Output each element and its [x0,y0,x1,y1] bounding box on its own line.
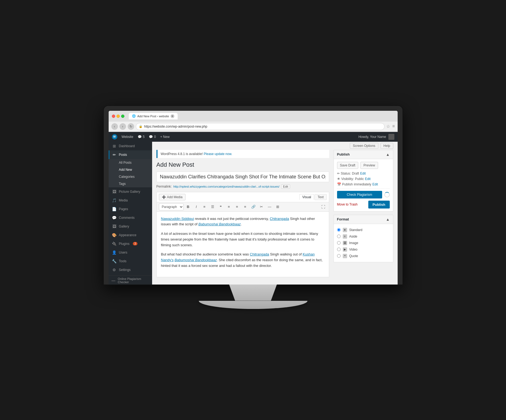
ordered-list-button[interactable]: ≡ [201,203,208,210]
permalink-edit-button[interactable]: Edit [281,184,290,189]
media-label: Media [119,198,128,202]
plagiarism-icon: — [111,278,116,283]
comments-icon: 💬 [112,216,117,220]
maximize-window-button[interactable] [121,115,124,118]
align-right-button[interactable]: ≡ [242,203,249,210]
plagiarism-label: Online Plagiarism Checker [118,277,149,284]
pages-label: Pages [119,207,128,211]
visual-tab[interactable]: Visual [299,194,314,200]
monitor-stand-base [199,301,307,309]
sidebar-item-tools[interactable]: 🔧 Tools [109,257,152,266]
sidebar-submenu-posts: All Posts Add New Categories Tags [109,159,152,187]
sidebar-all-posts[interactable]: All Posts [109,159,152,166]
refresh-button[interactable]: ↻ [128,123,134,130]
remove-link-button[interactable]: ✂ [258,203,265,210]
unordered-list-button[interactable]: ☰ [209,203,216,210]
pages-icon: 📄 [112,207,117,211]
format-standard: ★ Standard [337,227,390,233]
editor-body[interactable]: Nawazuddin Siddiqui reveals it was not j… [156,211,329,277]
screen-options-button[interactable]: Screen Options [350,143,378,149]
sidebar-item-comments[interactable]: 💬 Comments [109,213,152,222]
sidebar-categories[interactable]: Categories [109,173,152,180]
babumoshai-link-2[interactable]: Babumoshai Bandookbaaz [175,258,217,262]
comments-label: Comments [119,216,135,220]
format-image-radio[interactable] [337,241,341,245]
format-select[interactable]: Paragraph [159,203,184,210]
insert-link-button[interactable]: 🔗 [250,203,257,210]
browser-tab[interactable]: 🌐 Add New Post ‹ website ✕ [129,113,178,119]
back-button[interactable]: ‹ [111,123,118,130]
post-title-input[interactable] [156,172,329,182]
publish-button[interactable]: Publish [368,201,390,209]
sidebar-item-pages[interactable]: 📄 Pages [109,205,152,213]
sidebar-add-new-post[interactable]: Add New [109,166,152,173]
expand-editor-button[interactable]: ⛶ [320,203,327,210]
sidebar-item-picture-gallery[interactable]: 🖼 Picture Gallery [109,187,152,196]
format-video: ▶ Video [337,246,390,253]
format-widget-toggle[interactable]: ▲ [386,217,390,222]
howdy-text: Howdy, Your Name [359,135,386,139]
visibility-row: 👁 Visibility: Public Edit [337,177,390,181]
admin-bar-site[interactable]: Website [122,135,133,139]
admin-bar-comments[interactable]: 💬 0 [149,135,156,139]
sidebar-item-media[interactable]: 🎵 Media [109,196,152,205]
menu-icon[interactable]: ≡ [392,124,395,129]
table-button[interactable]: ⊞ [274,203,281,210]
format-quote-radio[interactable] [337,254,341,258]
admin-bar-posts[interactable]: 💬 5 [138,135,145,139]
format-widget-header: Format ▲ [334,215,393,224]
format-widget: Format ▲ ★ Standard [334,215,393,262]
sidebar-item-plagiarism[interactable]: — Online Plagiarism Checker [109,275,152,285]
page-title: Add New Post [156,161,329,168]
close-window-button[interactable] [112,115,115,118]
url-bar[interactable]: 🔒 https://website.com/wp-admin/post-new.… [136,123,385,130]
add-media-button[interactable]: ➕ Add Media [159,194,186,200]
horizontal-rule-button[interactable]: — [266,203,273,210]
update-now-link[interactable]: Please update now. [204,152,232,156]
format-video-radio[interactable] [337,248,341,251]
minimize-window-button[interactable] [117,115,120,118]
nawazuddin-link[interactable]: Nawazuddin Siddiqui [161,217,194,221]
visibility-edit-link[interactable]: Edit [365,177,371,181]
wp-logo[interactable]: W [112,134,117,140]
check-plagiarism-button[interactable]: Check Plagiarism [337,191,382,198]
chitrangada-link-1[interactable]: Chitrangada [270,217,289,221]
blockquote-button[interactable]: ❝ [217,203,224,210]
publish-time-edit-link[interactable]: Edit [372,182,378,186]
text-tab[interactable]: Text [315,194,326,200]
sidebar-item-plugins[interactable]: 🔌 Plugins 3 [109,239,152,248]
align-center-button[interactable]: ≡ [234,203,241,210]
format-standard-radio[interactable] [337,228,341,232]
sidebar-item-appearance[interactable]: 🎨 Appearance [109,231,152,239]
close-tab-button[interactable]: ✕ [171,114,174,118]
monitor-stand-neck [223,285,283,301]
status-edit-link[interactable]: Edit [360,172,366,175]
bold-button[interactable]: B [185,203,192,210]
url-text: https://website.com/wp-admin/post-new.ph… [144,125,208,128]
sidebar-item-settings[interactable]: ⚙ Settings [109,266,152,274]
sidebar-item-posts[interactable]: ✏ Posts [109,150,152,159]
move-to-trash-link[interactable]: Move to Trash [337,203,358,206]
sidebar-item-dashboard[interactable]: ⊞ Dashboard [109,142,152,150]
permalink-url[interactable]: http://nptest.whizzygeeks.com/uncategori… [173,185,279,188]
save-draft-button[interactable]: Save Draft [337,162,359,169]
bookmark-icon[interactable]: ☆ [386,124,390,129]
format-image: 🖼 Image [337,240,390,246]
sidebar-tags[interactable]: Tags [109,180,152,187]
editor-toolbar: ➕ Add Media Visual Text [156,192,329,202]
italic-button[interactable]: I [193,203,200,210]
visual-text-tabs: Visual Text [299,194,326,200]
preview-button[interactable]: Preview [360,162,378,169]
admin-bar-add-new[interactable]: + New [160,135,169,139]
publish-time-row: 📅 Publish immediately Edit [337,182,390,186]
forward-button[interactable]: › [120,123,126,130]
sidebar-item-users[interactable]: 👤 Users [109,248,152,257]
babumoshai-link-1[interactable]: Babumoshai Bandookbaaz [199,222,241,226]
chitrangada-link-2[interactable]: Chitrangada [250,252,269,256]
visibility-value: Public [355,177,364,181]
help-button[interactable]: Help [381,143,393,149]
format-aside-radio[interactable] [337,235,341,238]
sidebar-item-gallery[interactable]: 🖼 Gallery [109,222,152,231]
publish-widget-toggle[interactable]: ▲ [386,152,390,157]
align-left-button[interactable]: ≡ [225,203,232,210]
